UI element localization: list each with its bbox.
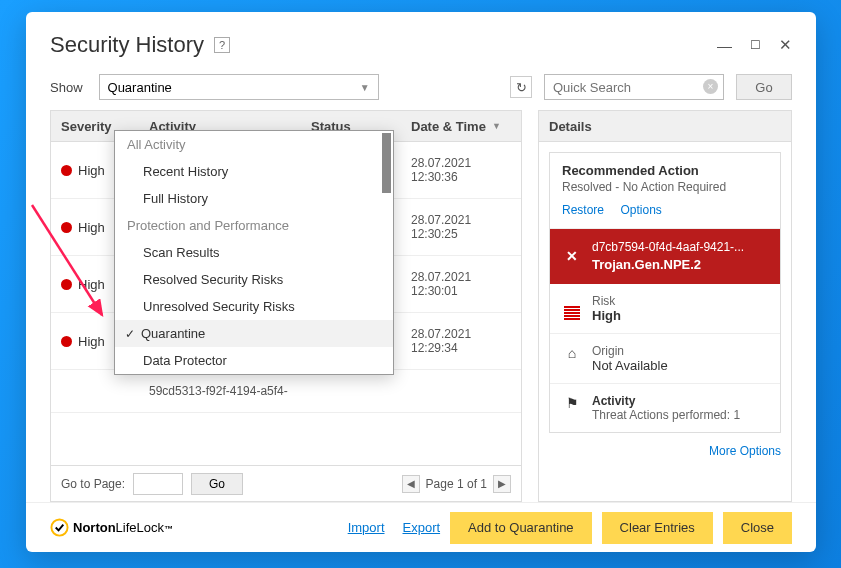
severity-dot-icon [61,222,72,233]
origin-label: Origin [592,344,668,358]
import-link[interactable]: Import [348,520,385,535]
chevron-down-icon: ▼ [360,82,370,93]
help-icon[interactable]: ? [214,37,230,53]
filter-select[interactable]: Quarantine ▼ [99,74,379,100]
details-card: Recommended Action Resolved - No Action … [549,152,781,433]
flag-icon: ⚑ [562,395,582,411]
risk-section: Risk High [550,284,780,334]
threat-x-icon: ✕ [562,246,582,266]
filter-selected-value: Quarantine [108,80,172,95]
close-button[interactable]: Close [723,512,792,544]
sort-desc-icon: ▼ [492,121,501,131]
table-row[interactable]: 59cd5313-f92f-4194-a5f4- [51,370,521,413]
recommended-action-sub: Resolved - No Action Required [562,180,768,194]
risk-bars-icon [562,295,582,320]
severity-dot-icon [61,279,72,290]
dropdown-item-scan[interactable]: Scan Results [115,239,393,266]
titlebar: Security History ? — ☐ ✕ [26,12,816,74]
details-header: Details [538,110,792,142]
close-window-button[interactable]: ✕ [779,36,792,54]
norton-check-icon [50,518,69,537]
filter-dropdown[interactable]: All Activity Recent History Full History… [114,130,394,375]
refresh-button[interactable]: ↻ [510,76,532,98]
filter-bar: Show Quarantine ▼ ↻ × Go [26,74,816,110]
check-icon: ✓ [125,327,135,341]
col-datetime[interactable]: Date & Time ▼ [411,119,521,134]
risk-value: High [592,308,621,323]
dropdown-item-resolved[interactable]: Resolved Security Risks [115,266,393,293]
export-link[interactable]: Export [403,520,441,535]
filter-label: Show [50,80,83,95]
dropdown-item-unresolved[interactable]: Unresolved Security Risks [115,293,393,320]
threat-section: ✕ d7cb7594-0f4d-4aaf-9421-... Trojan.Gen… [550,229,780,284]
origin-value: Not Available [592,358,668,373]
brand-logo: NortonLifeLock™ [50,518,173,537]
dropdown-item-full[interactable]: Full History [115,185,393,212]
footer: NortonLifeLock™ Import Export Add to Qua… [26,502,816,552]
pager-next-button[interactable]: ▶ [493,475,511,493]
dropdown-item-dataprotector[interactable]: Data Protector [115,347,393,374]
options-link[interactable]: Options [620,203,661,217]
dropdown-item-quarantine[interactable]: ✓Quarantine [115,320,393,347]
severity-dot-icon [61,336,72,347]
pager: Go to Page: Go ◀ Page 1 of 1 ▶ [50,466,522,502]
details-body: Recommended Action Resolved - No Action … [538,142,792,502]
pager-go-button[interactable]: Go [191,473,243,495]
dropdown-header-protection: Protection and Performance [115,212,393,239]
recommended-action-title: Recommended Action [562,163,768,178]
clear-entries-button[interactable]: Clear Entries [602,512,713,544]
search-go-button[interactable]: Go [736,74,792,100]
recommended-action-section: Recommended Action Resolved - No Action … [550,153,780,229]
risk-label: Risk [592,294,621,308]
more-options-link[interactable]: More Options [709,444,781,458]
severity-dot-icon [61,165,72,176]
dropdown-item-recent[interactable]: Recent History [115,158,393,185]
minimize-button[interactable]: — [717,37,732,54]
activity-label: Activity [592,394,740,408]
restore-link[interactable]: Restore [562,203,604,217]
svg-point-0 [51,519,67,535]
threat-id: d7cb7594-0f4d-4aaf-9421-... [592,239,744,256]
activity-section: ⚑ Activity Threat Actions performed: 1 [550,384,780,432]
dropdown-header-all: All Activity [115,131,393,158]
add-to-quarantine-button[interactable]: Add to Quarantine [450,512,592,544]
maximize-button[interactable]: ☐ [750,38,761,52]
search-input[interactable] [544,74,724,100]
details-panel: Details Recommended Action Resolved - No… [538,110,792,502]
pager-prev-button[interactable]: ◀ [402,475,420,493]
threat-name: Trojan.Gen.NPE.2 [592,256,744,274]
window-controls: — ☐ ✕ [717,36,792,54]
search-wrapper: × [544,74,724,100]
activity-value: Threat Actions performed: 1 [592,408,740,422]
pager-goto-label: Go to Page: [61,477,125,491]
home-icon: ⌂ [562,345,582,361]
origin-section: ⌂ Origin Not Available [550,334,780,384]
scrollbar-thumb[interactable] [382,133,391,193]
pager-page-input[interactable] [133,473,183,495]
pager-page-label: Page 1 of 1 [426,477,487,491]
clear-search-icon[interactable]: × [703,79,718,94]
window-title: Security History [50,32,204,58]
